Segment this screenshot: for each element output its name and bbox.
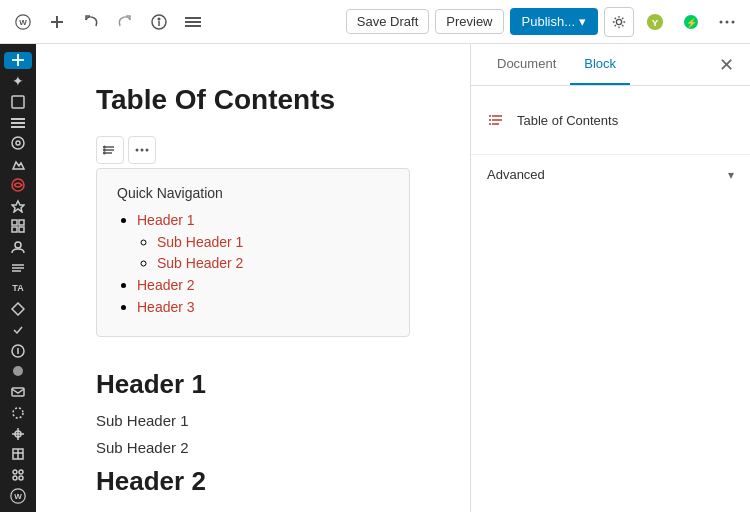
sidebar-btn-13[interactable] — [4, 322, 32, 339]
sidebar-btn-8[interactable] — [4, 197, 32, 214]
svg-point-61 — [146, 149, 149, 152]
svg-rect-9 — [185, 25, 201, 27]
svg-rect-27 — [12, 220, 17, 225]
sidebar-btn-2[interactable]: ✦ — [4, 73, 32, 90]
content-subheader-2: Sub Header 2 — [96, 439, 410, 456]
svg-point-60 — [141, 149, 144, 152]
content-heading-2: Header 2 — [96, 466, 410, 497]
tab-document[interactable]: Document — [483, 44, 570, 85]
toc-sublist: Sub Header 1 Sub Header 2 — [137, 233, 389, 272]
preview-button[interactable]: Preview — [435, 9, 503, 34]
svg-point-38 — [13, 366, 23, 376]
publish-button[interactable]: Publish... ▾ — [510, 8, 598, 35]
more-options-button[interactable] — [712, 7, 742, 37]
right-sidebar: Document Block ✕ Table of Contents — [470, 44, 750, 512]
sidebar-btn-12[interactable] — [4, 301, 32, 318]
svg-marker-35 — [12, 303, 24, 315]
svg-rect-22 — [11, 122, 25, 124]
list-item: Sub Header 2 — [157, 254, 389, 272]
sidebar-btn-9[interactable] — [4, 218, 32, 235]
rs-body: Table of Contents — [471, 86, 750, 154]
sidebar-btn-5[interactable] — [4, 135, 32, 152]
toc-link-header3[interactable]: Header 3 — [137, 299, 195, 315]
toc-list: Header 1 Sub Header 1 Sub Header 2 Heade… — [117, 211, 389, 316]
svg-point-40 — [13, 408, 23, 418]
toolbar-right: Save Draft Preview Publish... ▾ Y ⚡ — [346, 7, 742, 37]
svg-rect-8 — [185, 21, 201, 23]
svg-rect-29 — [12, 227, 17, 232]
content-heading-1: Header 1 — [96, 369, 410, 400]
wp-logo-button[interactable]: W — [8, 7, 38, 37]
svg-point-24 — [12, 137, 24, 149]
performance-button[interactable]: ⚡ — [676, 7, 706, 37]
sidebar-btn-6[interactable] — [4, 156, 32, 173]
list-item: Header 3 — [137, 298, 389, 316]
svg-point-16 — [726, 20, 729, 23]
list-item: Header 1 Sub Header 1 Sub Header 2 — [137, 211, 389, 272]
svg-point-59 — [136, 149, 139, 152]
toc-block-toolbar — [96, 136, 410, 164]
svg-rect-23 — [11, 126, 25, 128]
chevron-down-icon: ▾ — [728, 168, 734, 182]
sidebar-btn-19[interactable] — [4, 467, 32, 484]
toc-block-icon — [487, 110, 507, 130]
sidebar-btn-7[interactable] — [4, 176, 32, 193]
sidebar-email-button[interactable] — [4, 384, 32, 401]
settings-gear-button[interactable] — [604, 7, 634, 37]
yoast-button[interactable]: Y — [640, 7, 670, 37]
sidebar-block-inserter[interactable] — [4, 52, 32, 69]
svg-rect-28 — [19, 220, 24, 225]
undo-button[interactable] — [76, 7, 106, 37]
main-layout: ✦ TA — [0, 44, 750, 512]
sidebar-ta-button[interactable]: TA — [4, 280, 32, 297]
save-draft-button[interactable]: Save Draft — [346, 9, 429, 34]
redo-button[interactable] — [110, 7, 140, 37]
svg-point-10 — [616, 19, 621, 24]
left-sidebar: ✦ TA — [0, 44, 36, 512]
svg-rect-21 — [11, 118, 25, 120]
rs-tabs: Document Block — [483, 44, 630, 85]
advanced-row[interactable]: Advanced ▾ — [471, 154, 750, 194]
advanced-label: Advanced — [487, 167, 545, 182]
rs-block-item-toc: Table of Contents — [487, 102, 734, 138]
add-block-button[interactable] — [42, 7, 72, 37]
svg-text:W: W — [14, 492, 22, 501]
svg-point-47 — [13, 470, 17, 474]
toc-link-subheader1[interactable]: Sub Header 1 — [157, 234, 243, 250]
close-sidebar-button[interactable]: ✕ — [715, 50, 738, 80]
menu-button[interactable] — [178, 7, 208, 37]
toc-link-header2[interactable]: Header 2 — [137, 277, 195, 293]
svg-text:⚡: ⚡ — [686, 17, 698, 29]
svg-text:Y: Y — [652, 16, 659, 27]
toc-link-subheader2[interactable]: Sub Header 2 — [157, 255, 243, 271]
page-title[interactable]: Table Of Contents — [96, 84, 410, 116]
svg-rect-30 — [19, 227, 24, 232]
svg-point-25 — [16, 141, 20, 145]
svg-point-48 — [19, 470, 23, 474]
sidebar-btn-14[interactable] — [4, 342, 32, 359]
sidebar-btn-17[interactable] — [4, 425, 32, 442]
svg-point-49 — [13, 476, 17, 480]
toc-link-header1[interactable]: Header 1 — [137, 212, 195, 228]
toolbar-left: W — [8, 7, 208, 37]
tab-block[interactable]: Block — [570, 44, 630, 85]
svg-rect-7 — [185, 17, 201, 19]
svg-point-56 — [104, 146, 106, 148]
sidebar-btn-18[interactable] — [4, 446, 32, 463]
sidebar-btn-16[interactable] — [4, 404, 32, 421]
toc-more-options-button[interactable] — [128, 136, 156, 164]
info-button[interactable] — [144, 7, 174, 37]
sidebar-btn-10[interactable] — [4, 239, 32, 256]
svg-point-58 — [104, 152, 106, 154]
sidebar-btn-3[interactable] — [4, 93, 32, 110]
sidebar-btn-15[interactable] — [4, 363, 32, 380]
sidebar-wp-bottom[interactable]: W — [4, 487, 32, 504]
sidebar-btn-11[interactable] — [4, 259, 32, 276]
svg-point-50 — [19, 476, 23, 480]
sidebar-btn-4[interactable] — [4, 114, 32, 131]
svg-point-57 — [104, 149, 106, 151]
rs-block-label: Table of Contents — [517, 113, 618, 128]
list-item: Sub Header 1 — [157, 233, 389, 251]
toc-list-icon-button[interactable] — [96, 136, 124, 164]
content-subheader-1: Sub Header 1 — [96, 412, 410, 429]
